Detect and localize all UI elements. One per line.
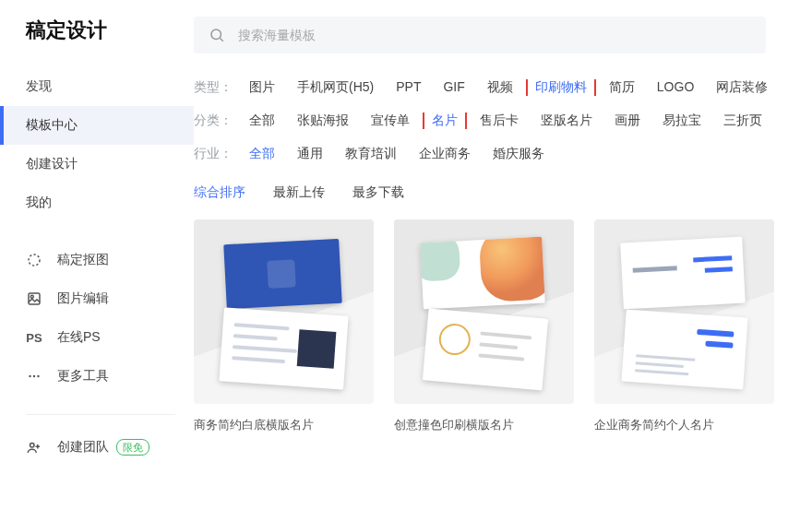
- tool-more[interactable]: 更多工具: [0, 357, 194, 396]
- nav-label: 模板中心: [26, 117, 78, 134]
- create-team[interactable]: 创建团队 限免: [0, 428, 194, 467]
- type-resume[interactable]: 简历: [609, 79, 635, 96]
- tool-label: 在线PS: [57, 329, 101, 346]
- svg-rect-1: [29, 293, 40, 304]
- ps-icon: PS: [26, 329, 42, 346]
- sort-row: 综合排序 最新上传 最多下载: [194, 184, 812, 201]
- template-title: 创意撞色印刷横版名片: [394, 417, 574, 433]
- tool-photo-edit[interactable]: 图片编辑: [0, 279, 194, 318]
- ind-all[interactable]: 全部: [249, 146, 275, 162]
- more-icon: [26, 368, 42, 385]
- dotted-circle-icon: [26, 252, 42, 268]
- nav-label: 创建设计: [26, 156, 78, 172]
- sidebar: 稿定设计 发现 模板中心 创建设计 我的 稿定抠图 图片编辑 PS 在线PS 更…: [0, 0, 194, 521]
- search-input[interactable]: [236, 27, 751, 43]
- nav-label: 发现: [26, 78, 52, 95]
- filter-cat-row: 分类： 全部 张贴海报 宣传单 名片 售后卡 竖版名片 画册 易拉宝 三折页: [194, 112, 808, 129]
- template-title: 企业商务简约个人名片: [594, 417, 774, 433]
- nav-main: 发现 模板中心 创建设计 我的: [0, 67, 194, 222]
- team-icon: [26, 439, 42, 456]
- nav-label: 我的: [26, 195, 52, 211]
- cat-all[interactable]: 全部: [249, 112, 275, 129]
- nav-tools: 稿定抠图 图片编辑 PS 在线PS 更多工具: [0, 241, 194, 396]
- svg-point-7: [211, 30, 221, 40]
- tool-label: 图片编辑: [57, 290, 109, 307]
- nav-templates[interactable]: 模板中心: [0, 106, 194, 145]
- brand-title: 稿定设计: [0, 17, 194, 67]
- type-ppt[interactable]: PPT: [396, 79, 421, 96]
- team-label: 创建团队: [57, 439, 109, 456]
- main: 类型： 图片 手机网页(H5) PPT GIF 视频 印刷物料 简历 LOGO …: [194, 0, 812, 521]
- cat-after[interactable]: 售后卡: [480, 112, 519, 129]
- template-thumb: [194, 219, 374, 404]
- type-print[interactable]: 印刷物料: [526, 79, 596, 96]
- filter-ind-row: 行业： 全部 通用 教育培训 企业商务 婚庆服务: [194, 146, 808, 162]
- cat-card[interactable]: 名片: [423, 112, 467, 129]
- type-shop[interactable]: 网店装修: [716, 79, 768, 96]
- svg-point-2: [30, 295, 33, 298]
- ind-biz[interactable]: 企业商务: [419, 146, 471, 162]
- divider: [26, 414, 175, 415]
- ind-edu[interactable]: 教育培训: [345, 146, 397, 162]
- sort-downloads[interactable]: 最多下载: [352, 184, 404, 201]
- type-h5[interactable]: 手机网页(H5): [297, 79, 374, 96]
- tool-label: 更多工具: [57, 368, 109, 385]
- template-thumb: [394, 219, 574, 404]
- photo-icon: [26, 290, 42, 307]
- nav-discover[interactable]: 发现: [0, 67, 194, 106]
- search-icon: [209, 27, 225, 43]
- sort-newest[interactable]: 最新上传: [273, 184, 325, 201]
- tool-cutout[interactable]: 稿定抠图: [0, 241, 194, 279]
- search-bar[interactable]: [194, 17, 766, 53]
- svg-point-0: [29, 255, 40, 266]
- cat-flyer[interactable]: 宣传单: [371, 112, 410, 129]
- type-logo[interactable]: LOGO: [657, 79, 694, 96]
- type-gif[interactable]: GIF: [443, 79, 464, 96]
- filter-type-row: 类型： 图片 手机网页(H5) PPT GIF 视频 印刷物料 简历 LOGO …: [194, 79, 808, 96]
- template-card[interactable]: 商务简约白底横版名片: [194, 219, 374, 433]
- type-video[interactable]: 视频: [487, 79, 513, 96]
- tool-label: 稿定抠图: [57, 252, 109, 268]
- nav-create[interactable]: 创建设计: [0, 145, 194, 184]
- sort-default[interactable]: 综合排序: [194, 184, 245, 201]
- template-card[interactable]: 创意撞色印刷横版名片: [394, 219, 574, 433]
- template-grid: 商务简约白底横版名片 创意撞色印刷横版名片 企业商务简约个人名片: [194, 219, 812, 433]
- cat-book[interactable]: 画册: [615, 112, 640, 129]
- filter-label: 行业：: [194, 146, 249, 162]
- svg-point-5: [37, 375, 39, 377]
- filter-label: 类型：: [194, 79, 249, 96]
- cat-poster[interactable]: 张贴海报: [297, 112, 349, 129]
- template-card[interactable]: 企业商务简约个人名片: [594, 219, 774, 433]
- cat-rollup[interactable]: 易拉宝: [663, 112, 701, 129]
- svg-point-4: [33, 375, 35, 377]
- tool-online-ps[interactable]: PS 在线PS: [0, 318, 194, 357]
- team-badge: 限免: [116, 439, 149, 456]
- filter-label: 分类：: [194, 112, 249, 129]
- type-image[interactable]: 图片: [249, 79, 275, 96]
- filters: 类型： 图片 手机网页(H5) PPT GIF 视频 印刷物料 简历 LOGO …: [194, 79, 812, 162]
- ind-wedding[interactable]: 婚庆服务: [493, 146, 544, 162]
- svg-point-3: [29, 375, 30, 377]
- template-title: 商务简约白底横版名片: [194, 417, 374, 433]
- cat-vcard[interactable]: 竖版名片: [541, 112, 592, 129]
- cat-trifold[interactable]: 三折页: [723, 112, 762, 129]
- nav-mine[interactable]: 我的: [0, 184, 194, 222]
- svg-point-6: [30, 444, 35, 448]
- template-thumb: [594, 219, 774, 404]
- ind-general[interactable]: 通用: [297, 146, 323, 162]
